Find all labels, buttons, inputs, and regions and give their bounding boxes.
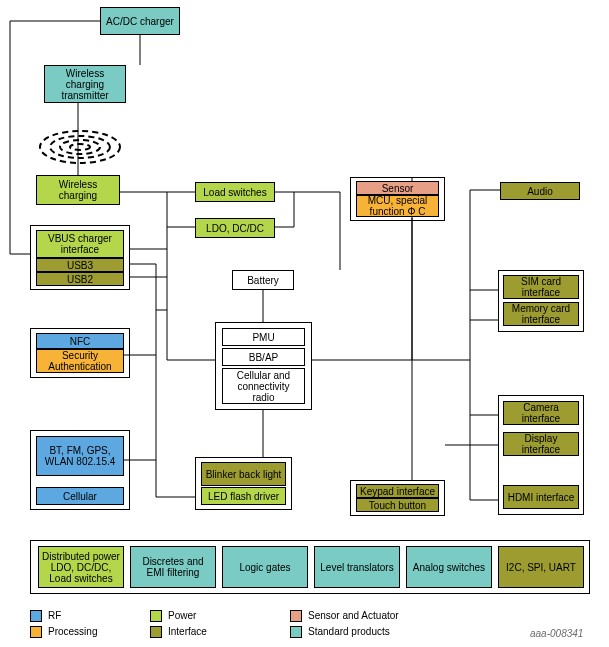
battery: Battery [232,270,294,290]
touch-button: Touch button [356,498,439,512]
vbus-charger-interface: VBUS charger interface [36,230,124,258]
logic-gates: Logic gates [222,546,308,588]
legend-swatch-std [290,626,302,638]
label: USB2 [67,274,93,285]
label: I2C, SPI, UART [506,562,576,573]
label: AC/DC charger [106,16,174,27]
sim-card-interface: SIM card interface [503,275,579,299]
label: Analog switches [413,562,485,573]
legend-sa: Sensor and Actuator [308,610,399,621]
label: Sensor [382,183,414,194]
label: Load switches [203,187,266,198]
nfc: NFC [36,333,124,349]
label: Blinker back light [206,469,282,480]
label: Battery [247,275,279,286]
label: LED flash driver [208,491,279,502]
label: PMU [252,332,274,343]
wireless-charging: Wireless charging [36,175,120,205]
keypad-interface: Keypad interface [356,484,439,498]
svg-point-42 [60,140,100,154]
sensor-block: Sensor [356,181,439,195]
level-translators: Level translators [314,546,400,588]
label: Camera interface [506,402,576,424]
label: Touch button [369,500,426,511]
label: Level translators [320,562,393,573]
label: Wireless charging [39,179,117,201]
display-interface: Display interface [503,432,579,456]
label: Audio [527,186,553,197]
label: Security Authentication [39,350,121,372]
legend-swatch-if [150,626,162,638]
label: BB/AP [249,352,278,363]
svg-point-43 [70,144,90,150]
label: HDMI interface [508,492,575,503]
legend-proc: Processing [48,626,97,637]
usb2: USB2 [36,272,124,286]
legend-rf: RF [48,610,61,621]
cellular: Cellular [36,487,124,505]
cellular-radio: Cellular and connectivity radio [222,368,305,404]
i2c-spi-uart: I2C, SPI, UART [498,546,584,588]
wireless-charging-transmitter: Wireless charging transmitter [44,65,126,103]
label: SIM card interface [506,276,576,298]
distributed-power: Distributed power LDO, DC/DC, Load switc… [38,546,124,588]
acdc-charger: AC/DC charger [100,7,180,35]
legend-swatch-rf [30,610,42,622]
label: Keypad interface [360,486,435,497]
legend-swatch-pwr [150,610,162,622]
discretes-emi: Discretes and EMI filtering [130,546,216,588]
bt-fm-gps-wlan: BT, FM, GPS, WLAN 802.15.4 [36,436,124,476]
label: VBUS charger interface [39,233,121,255]
legend-pwr: Power [168,610,196,621]
usb3: USB3 [36,258,124,272]
label: Cellular [63,491,97,502]
label: NFC [70,336,91,347]
bb-ap: BB/AP [222,348,305,366]
block-diagram: AC/DC charger Wireless charging transmit… [0,0,609,647]
memory-card-interface: Memory card interface [503,302,579,326]
audio-interface: Audio [500,182,580,200]
hdmi-interface: HDMI interface [503,485,579,509]
label: Wireless charging transmitter [47,68,123,101]
load-switches: Load switches [195,182,275,202]
doc-id: aaa-008341 [530,628,583,639]
label: MCU, special function Φ C [359,195,436,217]
label: Logic gates [239,562,290,573]
pmu: PMU [222,328,305,346]
legend-swatch-proc [30,626,42,638]
mcu-special-function: MCU, special function Φ C [356,195,439,217]
label: BT, FM, GPS, WLAN 802.15.4 [39,445,121,467]
legend-swatch-sa [290,610,302,622]
analog-switches: Analog switches [406,546,492,588]
legend-if: Interface [168,626,207,637]
label: Cellular and connectivity radio [225,370,302,403]
legend-std: Standard products [308,626,390,637]
label: LDO, DC/DC [206,223,264,234]
label: USB3 [67,260,93,271]
ldo-dcdc: LDO, DC/DC [195,218,275,238]
blinker-backlight: Blinker back light [201,462,286,486]
camera-interface: Camera interface [503,401,579,425]
security-authentication: Security Authentication [36,349,124,373]
label: Display interface [506,433,576,455]
label: Memory card interface [506,303,576,325]
label: Discretes and EMI filtering [133,556,213,578]
led-flash-driver: LED flash driver [201,487,286,505]
label: Distributed power LDO, DC/DC, Load switc… [41,551,121,584]
coil-icon [38,120,123,175]
